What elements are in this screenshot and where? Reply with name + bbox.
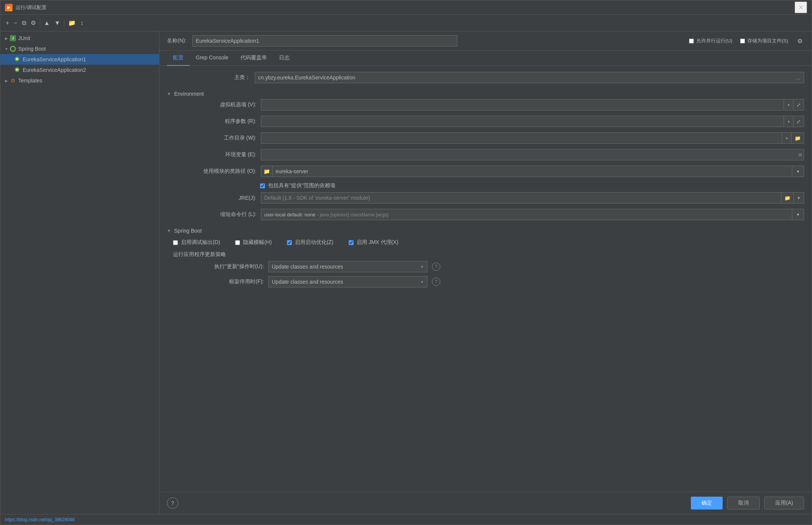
store-project-label[interactable]: 存储为项目文件(S): [747, 37, 788, 44]
class-browse-button[interactable]: …: [793, 72, 804, 83]
run-debug-config-window: ▶ 运行/调试配置 ✕ + − ⧉ ⚙ ▲ ▼ 📁 ↕ ▶ J JUnit: [0, 0, 812, 525]
sort-button[interactable]: ↕: [78, 18, 86, 28]
env-vars-input[interactable]: ⊞: [261, 149, 804, 160]
jre-row: JRE(J): Default (1.8 - SDK of 'eureka-se…: [173, 192, 804, 203]
env-vars-row: 环境变量 (E): ⊞: [173, 149, 804, 160]
enable-launch-label[interactable]: 启用启动优化(Z): [295, 239, 334, 246]
working-dir-browse-button[interactable]: 📁: [792, 132, 804, 144]
environment-header[interactable]: ▼ Environment: [167, 89, 804, 99]
shorten-cmd-label: 缩短命令行 (L):: [173, 211, 256, 218]
debug-output-group: 启用调试输出(D): [173, 239, 220, 246]
junit-icon: J: [9, 35, 16, 42]
jre-dropdown-button[interactable]: ▼: [793, 192, 804, 203]
hide-banner-group: 隐藏横幅(H): [235, 239, 271, 246]
include-provided-label[interactable]: 包括具有"提供"范围的依赖项: [268, 182, 335, 189]
gear-button[interactable]: ⚙: [796, 37, 804, 45]
confirm-button[interactable]: 确定: [691, 497, 723, 509]
tab-config[interactable]: 配置: [167, 51, 190, 66]
cancel-button[interactable]: 取消: [727, 497, 760, 509]
working-dir-input[interactable]: [261, 132, 782, 144]
titlebar: ▶ 运行/调试配置 ✕: [0, 0, 812, 15]
close-button[interactable]: ✕: [795, 2, 807, 13]
module-dropdown-button[interactable]: ▼: [792, 166, 804, 177]
allow-parallel-group: 允许并行运行(U): [689, 37, 733, 44]
program-args-input[interactable]: [261, 116, 784, 127]
shorten-cmd-dropdown-button[interactable]: ▼: [792, 209, 804, 220]
move-up-button[interactable]: ▲: [42, 18, 52, 28]
environment-title: Environment: [174, 91, 204, 97]
enable-launch-checkbox[interactable]: [287, 240, 292, 245]
spring-boot-header[interactable]: ▼ Spring Boot: [167, 225, 804, 236]
on-update-help-icon[interactable]: ?: [432, 262, 440, 271]
status-url: https://blog.csdn.net/qq_38628046: [5, 517, 75, 522]
allow-parallel-checkbox[interactable]: [689, 39, 694, 43]
sidebar-item-templates[interactable]: ▶ ⚙ Templates: [0, 75, 159, 86]
name-input[interactable]: [192, 35, 457, 47]
status-bar: https://blog.csdn.net/qq_38628046: [0, 514, 812, 525]
folder-button[interactable]: 📁: [66, 18, 78, 28]
help-button[interactable]: ?: [167, 497, 178, 509]
sidebar-item-spring-boot[interactable]: ▼ Spring Boot: [0, 43, 159, 54]
on-update-select[interactable]: Update classes and resources ▼: [268, 261, 427, 272]
add-config-button[interactable]: +: [3, 18, 11, 28]
environment-content: 虚拟机选项 (V): + ⤢ 程序参数 (R):: [167, 99, 804, 220]
allow-parallel-label[interactable]: 允许并行运行(U): [696, 37, 733, 44]
on-frame-help-icon[interactable]: ?: [432, 278, 440, 286]
spring-boot-section: ▼ Spring Boot 启用调试输出(D) 隐藏横幅(H): [167, 225, 804, 287]
settings-button[interactable]: ⚙: [28, 18, 38, 28]
enable-jmx-group: 启用 JMX 代理(X): [349, 239, 398, 246]
move-down-button[interactable]: ▼: [52, 18, 63, 28]
vm-options-input[interactable]: [261, 99, 784, 110]
enable-jmx-label[interactable]: 启用 JMX 代理(X): [357, 239, 398, 246]
environment-section: ▼ Environment 虚拟机选项 (V): + ⤢: [167, 89, 804, 220]
include-provided-checkbox[interactable]: [260, 183, 265, 188]
working-dir-row: 工作目录 (W): + 📁: [173, 132, 804, 144]
remove-config-button[interactable]: −: [11, 18, 19, 28]
vm-fullscreen-button[interactable]: ⤢: [793, 99, 804, 110]
sidebar-item-junit[interactable]: ▶ J JUnit: [0, 33, 159, 43]
on-frame-label: 框架停用时(F):: [173, 278, 264, 285]
tabs-bar: 配置 Grep Console 代码覆盖率 日志: [159, 51, 812, 66]
working-dir-expand-button[interactable]: +: [782, 132, 792, 144]
on-update-dropdown-icon: ▼: [420, 265, 424, 269]
on-update-row: 执行"更新"操作时(U): Update classes and resourc…: [173, 261, 804, 272]
sidebar-item-app2[interactable]: EurekaServiceApplication2: [0, 65, 159, 75]
debug-output-checkbox[interactable]: [173, 240, 178, 245]
module-select-group: 📁 eureka-server ▼: [261, 166, 804, 177]
class-input[interactable]: [255, 72, 793, 83]
arrow-icon: ▼: [3, 46, 9, 52]
tab-grep[interactable]: Grep Console: [190, 51, 234, 66]
run-icon: [14, 67, 21, 73]
apply-button[interactable]: 应用(A): [764, 497, 804, 509]
vm-options-input-group: + ⤢: [261, 99, 804, 110]
window-title: 运行/调试配置: [16, 4, 795, 11]
args-expand-button[interactable]: +: [784, 116, 793, 127]
jre-value: Default (1.8 - SDK of 'eureka-server' mo…: [264, 195, 370, 201]
jre-browse-button[interactable]: 📁: [781, 192, 793, 203]
tab-coverage[interactable]: 代码覆盖率: [234, 51, 273, 66]
update-strategy: 运行应用程序更新策略 执行"更新"操作时(U): Update classes …: [167, 251, 804, 287]
sidebar-item-app1[interactable]: EurekaServiceApplication1: [0, 54, 159, 65]
enable-jmx-checkbox[interactable]: [349, 240, 354, 245]
on-frame-select[interactable]: Update classes and resources ▼: [268, 276, 427, 287]
footer-left: ?: [167, 497, 178, 509]
hide-banner-label[interactable]: 隐藏横幅(H): [243, 239, 271, 246]
module-name-display: eureka-server: [272, 166, 792, 177]
vm-expand-button[interactable]: +: [784, 99, 793, 110]
copy-config-button[interactable]: ⧉: [20, 18, 28, 28]
module-folder-icon: 📁: [261, 166, 272, 177]
hide-banner-checkbox[interactable]: [235, 240, 240, 245]
toolbar-separator: [40, 19, 40, 27]
env-arrow-icon: ▼: [167, 92, 171, 96]
sidebar-item-label: EurekaServiceApplication2: [23, 67, 86, 73]
store-project-checkbox[interactable]: [740, 39, 745, 43]
tab-log[interactable]: 日志: [273, 51, 296, 66]
args-fullscreen-button[interactable]: ⤢: [793, 116, 804, 127]
debug-output-label[interactable]: 启用调试输出(D): [181, 239, 220, 246]
on-frame-dropdown-icon: ▼: [420, 280, 424, 284]
program-args-label: 程序参数 (R):: [173, 118, 256, 125]
working-dir-input-group: + 📁: [261, 132, 804, 144]
shorten-cmd-row: 缩短命令行 (L): user-local default: none - ja…: [173, 209, 804, 220]
sidebar-item-label: JUnit: [18, 35, 30, 41]
module-classpath-label: 使用模块的类路径 (O):: [173, 168, 256, 175]
